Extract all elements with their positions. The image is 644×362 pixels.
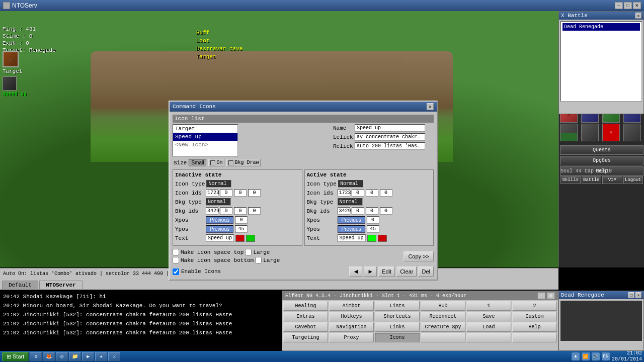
inactive-bkg-id3[interactable]: 0: [234, 207, 247, 215]
active-icon-type-field[interactable]: Normal: [338, 180, 363, 188]
icon-item-target[interactable]: Target: [173, 125, 237, 133]
lang-icon[interactable]: EN: [602, 352, 610, 360]
active-color-green[interactable]: [367, 235, 376, 242]
eb-1-btn[interactable]: 1: [466, 301, 511, 311]
skills-tab[interactable]: Skills: [560, 176, 581, 184]
bkg-draw-toggle[interactable]: Bkg Draw: [226, 159, 261, 166]
active-bkg-id2[interactable]: 0: [352, 207, 364, 215]
lclick-field[interactable]: ay concentrate chakra feet: [355, 133, 425, 141]
name-field[interactable]: Speed up: [355, 124, 425, 132]
eb-reconnect-btn[interactable]: Reconnect: [421, 312, 465, 321]
eb-healing-btn[interactable]: Healing: [283, 301, 328, 311]
copy-button[interactable]: Copy >>: [404, 251, 434, 261]
eb-navigation-btn[interactable]: Navigation: [329, 322, 374, 332]
inactive-color-green[interactable]: [246, 235, 255, 242]
active-bkg-type-field[interactable]: Normal: [338, 198, 363, 206]
nav-right-button[interactable]: ►: [364, 266, 377, 277]
logout-icon[interactable]: ✕: [602, 124, 620, 141]
inactive-icon-type-field[interactable]: Normal: [206, 180, 231, 188]
eb-extras-btn[interactable]: Extras: [283, 312, 328, 321]
rclick-field[interactable]: auto 200 listas 'Haste' | lfnothaster: [355, 142, 425, 150]
nav-left-button[interactable]: ◄: [349, 266, 362, 277]
inactive-icon-id4[interactable]: 0: [248, 189, 261, 197]
restore-button[interactable]: □: [624, 2, 632, 9]
inactive-xpos-btn[interactable]: Previous: [206, 216, 233, 224]
taskbar-firefox[interactable]: 🦊: [43, 352, 55, 361]
close-button[interactable]: ✕: [633, 2, 641, 9]
icon5[interactable]: [560, 124, 578, 141]
battle-tab[interactable]: Battle: [582, 176, 602, 184]
tab-default[interactable]: Default: [2, 281, 38, 289]
active-ypos-val[interactable]: 45: [367, 225, 379, 233]
clear-button[interactable]: Clear: [396, 266, 417, 277]
size-small-btn[interactable]: Small: [189, 159, 206, 166]
volume-icon[interactable]: 🔊: [592, 352, 600, 360]
elfbot-close-btn[interactable]: ✕: [547, 292, 555, 299]
inactive-bkg-id2[interactable]: 0: [220, 207, 232, 215]
enable-icons-checkbox[interactable]: [173, 268, 179, 275]
taskbar-tibia[interactable]: ⚔: [108, 352, 120, 361]
active-icon-id3[interactable]: 0: [366, 189, 378, 197]
inactive-icon-id1[interactable]: 1723: [206, 189, 218, 197]
inactive-xpos-val[interactable]: 0: [235, 216, 248, 224]
vip-tab[interactable]: VIP: [602, 176, 622, 184]
active-text-field[interactable]: Speed up: [338, 234, 366, 242]
active-bkg-id1[interactable]: 3429: [338, 207, 350, 215]
cmd-close-button[interactable]: ✕: [427, 103, 434, 110]
speedup-icon[interactable]: [3, 76, 17, 90]
inactive-icon-id2[interactable]: 0: [220, 189, 232, 197]
minimize-button[interactable]: –: [615, 2, 623, 9]
icon6[interactable]: [581, 124, 599, 141]
start-button[interactable]: ⊞ Start: [2, 352, 29, 361]
active-bkg-id3[interactable]: 0: [366, 207, 378, 215]
active-xpos-val[interactable]: 0: [367, 216, 379, 224]
make-space-top-checkbox[interactable]: [173, 249, 179, 255]
eb-shortcuts-btn[interactable]: Shortcuts: [375, 312, 420, 321]
eb-help-btn[interactable]: Help: [512, 322, 557, 332]
inactive-bkg-id4[interactable]: 0: [248, 207, 261, 215]
eb-2-btn[interactable]: 2: [512, 301, 557, 311]
icon-list-box[interactable]: Target Speed up <New Icon>: [173, 124, 238, 157]
inactive-icon-id3[interactable]: 0: [234, 189, 247, 197]
quests-button[interactable]: Quests: [560, 145, 643, 155]
active-xpos-btn[interactable]: Previous: [338, 216, 365, 224]
on-toggle[interactable]: On: [208, 159, 224, 166]
eb-custom-btn[interactable]: Custom: [512, 312, 557, 321]
dr-close-x-button[interactable]: ✕: [635, 292, 641, 298]
large2-checkbox[interactable]: [255, 257, 262, 263]
inactive-ypos-btn[interactable]: Previous: [206, 225, 233, 233]
taskbar-chrome[interactable]: ◎: [56, 352, 68, 361]
taskbar-ie[interactable]: e: [30, 352, 42, 361]
tab-ntoserver[interactable]: NTOServer: [39, 281, 82, 289]
eb-links-btn[interactable]: Links: [375, 322, 420, 332]
inactive-ypos-val[interactable]: 45: [235, 225, 248, 233]
active-icon-id1[interactable]: 1723: [338, 189, 350, 197]
edit-button[interactable]: Edit: [378, 266, 395, 277]
inactive-bkg-id1[interactable]: 3429: [206, 207, 218, 215]
active-bkg-id4[interactable]: 0: [380, 207, 392, 215]
battle-close-button[interactable]: ✕: [635, 13, 641, 19]
eb-proxy-btn[interactable]: Proxy: [329, 333, 374, 342]
large1-checkbox[interactable]: [245, 249, 252, 255]
eb-save-btn[interactable]: Save: [466, 312, 511, 321]
battle-item-renegade[interactable]: Dead Renegade: [562, 23, 640, 31]
dr-close-button[interactable]: □: [628, 292, 634, 298]
inactive-text-field[interactable]: Speed up: [206, 234, 234, 242]
eb-icons-btn[interactable]: Icons: [375, 333, 420, 342]
elfbot-collapse-btn[interactable]: –: [537, 292, 545, 299]
inactive-color-red[interactable]: [235, 235, 245, 242]
eb-load-btn[interactable]: Load: [466, 322, 511, 332]
inactive-bkg-type-field[interactable]: Normal: [206, 198, 231, 206]
eb-aimbot-btn[interactable]: Aimbot: [329, 301, 374, 311]
eb-hud-btn[interactable]: HUD: [421, 301, 465, 311]
active-ypos-btn[interactable]: Previous: [338, 225, 365, 233]
taskbar-explorer[interactable]: 📁: [69, 352, 81, 361]
del-button[interactable]: Del: [418, 266, 434, 277]
taskbar-media[interactable]: ▶: [82, 352, 94, 361]
eb-lists-btn[interactable]: Lists: [375, 301, 420, 311]
logout-tab[interactable]: Logout: [623, 176, 643, 184]
opcoes-button[interactable]: Opções: [560, 156, 643, 165]
taskbar-app1[interactable]: ★: [95, 352, 107, 361]
eb-hotkeys-btn[interactable]: Hotkeys: [329, 312, 374, 321]
icon-item-new[interactable]: <New Icon>: [173, 141, 237, 149]
